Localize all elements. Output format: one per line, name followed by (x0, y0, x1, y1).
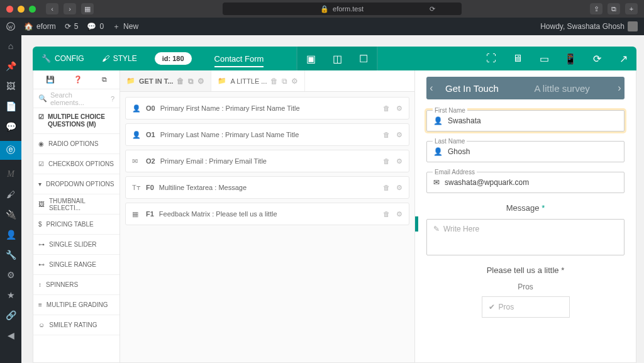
matrix-heading: Please tell us a little * (426, 265, 625, 275)
matrix-row-1[interactable]: ✔Pros (482, 296, 570, 318)
site-home-link[interactable]: 🏠 eform (24, 22, 56, 31)
eform-icon[interactable]: ⓔ (0, 141, 21, 160)
star-icon[interactable]: ★ (5, 289, 16, 301)
elem-spinners[interactable]: ↕SPINNERS (33, 275, 119, 295)
trash-icon[interactable]: 🗑 (383, 131, 390, 139)
style-tab[interactable]: 🖌 STYLE (93, 47, 146, 70)
last-name-value: Ghosh (448, 147, 470, 156)
comments-icon[interactable]: 💬 (5, 121, 16, 132)
close-window-icon[interactable] (6, 6, 13, 13)
config-tab[interactable]: 🔧 CONFIG (33, 47, 93, 70)
elem-range[interactable]: ⊷SINGLE RANGE (33, 255, 119, 275)
media-icon[interactable]: 🖼 (5, 81, 16, 92)
field-row-1[interactable]: 👤O1Primary Last Name : Primary Last Name… (125, 123, 409, 146)
preview-tab-1[interactable]: Get In Touch (436, 83, 526, 94)
share-icon[interactable]: ⇪ (590, 3, 602, 14)
category-header[interactable]: ☑ MULTIPLE CHOICE QUESTIONS (M) (33, 108, 119, 134)
sidebar-toggle-icon[interactable]: ▦ (81, 3, 94, 14)
elem-thumbnail[interactable]: 🖼THUMBNAIL SELECTI... (33, 194, 119, 215)
layout-full-icon[interactable]: ▣ (297, 47, 324, 70)
popout-icon[interactable]: ↗ (610, 47, 636, 70)
builder-canvas: 📁 GET IN T... 🗑 ⧉ ⚙ 📁 A LITTLE ... 🗑 ⧉ ⚙ (120, 70, 414, 362)
minimize-window-icon[interactable] (18, 6, 25, 13)
gear-icon[interactable]: ⚙ (396, 104, 402, 113)
field-row-4[interactable]: ▦F1Feedback Matrix : Please tell us a li… (125, 203, 409, 225)
help-icon[interactable]: ❓ (74, 75, 82, 84)
field-row-2[interactable]: ✉O2Primary Email : Primary Email Title🗑⚙ (125, 150, 409, 172)
tab-delete-icon[interactable]: 🗑 (177, 77, 184, 86)
appearance-icon[interactable]: 🖌 (5, 189, 16, 200)
tab-gear-icon[interactable]: ⚙ (291, 77, 298, 86)
new-tab-icon[interactable]: + (625, 3, 638, 14)
page-tab-1[interactable]: 📁 GET IN T... 🗑 ⧉ ⚙ (120, 70, 211, 91)
page-tab-2[interactable]: 📁 A LITTLE ... 🗑 ⧉ ⚙ (211, 70, 305, 91)
elem-grading[interactable]: ≡MULTIPLE GRADING (33, 295, 119, 315)
desktop-icon[interactable]: 🖥 (504, 47, 531, 70)
tab-copy-icon[interactable]: ⧉ (188, 77, 194, 86)
elem-dropdown[interactable]: ▾DROPDOWN OPTIONS (33, 174, 119, 194)
back-button[interactable]: ‹ (46, 3, 58, 14)
tools-icon[interactable]: 🔧 (5, 249, 16, 260)
trash-icon[interactable]: 🗑 (383, 104, 390, 113)
trash-icon[interactable]: 🗑 (383, 210, 390, 218)
forward-button[interactable]: › (64, 3, 76, 14)
elem-radio[interactable]: ◉RADIO OPTIONS (33, 134, 119, 154)
new-content-link[interactable]: ＋ New (113, 21, 138, 32)
layout-empty-icon[interactable]: ☐ (350, 47, 377, 70)
m-icon[interactable]: M (5, 169, 16, 180)
elem-slider[interactable]: ⊶SINGLE SLIDER (33, 235, 119, 255)
tab-copy-icon[interactable]: ⧉ (282, 77, 287, 86)
trash-icon[interactable]: 🗑 (383, 184, 390, 192)
macos-titlebar: ‹ › ▦ 🔒 eform.test ⟳ ⇪ ⧉ + (0, 0, 644, 18)
trash-icon[interactable]: 🗑 (383, 157, 390, 165)
layout-split-icon[interactable]: ◫ (324, 47, 350, 70)
maximize-window-icon[interactable] (29, 6, 36, 13)
tablet-icon[interactable]: ▭ (531, 47, 557, 70)
elem-checkbox[interactable]: ☑CHECKBOX OPTIONS (33, 154, 119, 174)
pen-icon: ✎ (433, 225, 440, 250)
resize-handle[interactable] (414, 216, 418, 232)
pages-icon[interactable]: 📄 (5, 101, 16, 112)
elem-pricing[interactable]: $PRICING TABLE (33, 215, 119, 235)
field-row-0[interactable]: 👤O0Primary First Name : Primary First Na… (125, 97, 409, 120)
reload-icon[interactable]: ⟳ (584, 47, 610, 70)
comments-link[interactable]: 💬 0 (87, 22, 104, 31)
fullscreen-icon[interactable]: ⛶ (478, 47, 504, 70)
howdy-user[interactable]: Howdy, Swashata Ghosh (540, 21, 638, 31)
search-help-icon[interactable]: ? (111, 95, 114, 103)
gear-icon[interactable]: ⚙ (396, 184, 402, 192)
gear-icon[interactable]: ⚙ (396, 210, 402, 218)
address-bar[interactable]: 🔒 eform.test ⟳ (223, 3, 462, 15)
dashboard-icon[interactable]: ⌂ (5, 40, 16, 52)
panels-icon[interactable]: ⧉ (102, 75, 107, 84)
link-icon[interactable]: 🔗 (5, 310, 16, 321)
search-elements-row[interactable]: 🔍 Search elements... ? (33, 89, 119, 108)
refresh-icon[interactable]: ⟳ (430, 5, 435, 13)
collapse-icon[interactable]: ◀ (5, 330, 16, 341)
mobile-icon[interactable]: 📱 (557, 47, 584, 70)
users-icon[interactable]: 👤 (5, 229, 16, 240)
chevron-right-icon[interactable]: › (614, 82, 625, 94)
last-name-label: Last Name (433, 138, 467, 145)
field-row-3[interactable]: TᴛF0Multiline Textarea : Message🗑⚙ (125, 176, 409, 199)
gear-icon[interactable]: ⚙ (396, 131, 402, 139)
first-name-label: First Name (433, 107, 467, 114)
pin-icon[interactable]: 📌 (5, 60, 16, 72)
chevron-left-icon[interactable]: ‹ (426, 82, 436, 94)
save-icon[interactable]: 💾 (46, 75, 55, 84)
settings-icon[interactable]: ⚙ (5, 269, 16, 281)
tabs-icon[interactable]: ⧉ (608, 3, 620, 14)
message-textarea[interactable]: ✎Write Here (426, 219, 625, 255)
address-area: 🔒 eform.test ⟳ (97, 3, 586, 15)
tab-delete-icon[interactable]: 🗑 (270, 77, 278, 86)
tab-gear-icon[interactable]: ⚙ (197, 77, 204, 86)
form-name[interactable]: Contact Form (201, 54, 278, 64)
plugins-icon[interactable]: 🔌 (5, 209, 16, 220)
form-id-pill[interactable]: id: 180 (146, 47, 201, 70)
preview-tab-2[interactable]: A little survey (526, 83, 615, 94)
elem-smiley[interactable]: ☺SMILEY RATING (33, 315, 119, 335)
wp-logo-icon[interactable] (6, 22, 15, 31)
gear-icon[interactable]: ⚙ (396, 157, 402, 165)
updates-link[interactable]: ⟳ 5 (65, 22, 79, 31)
folder-icon: 📁 (218, 77, 226, 85)
